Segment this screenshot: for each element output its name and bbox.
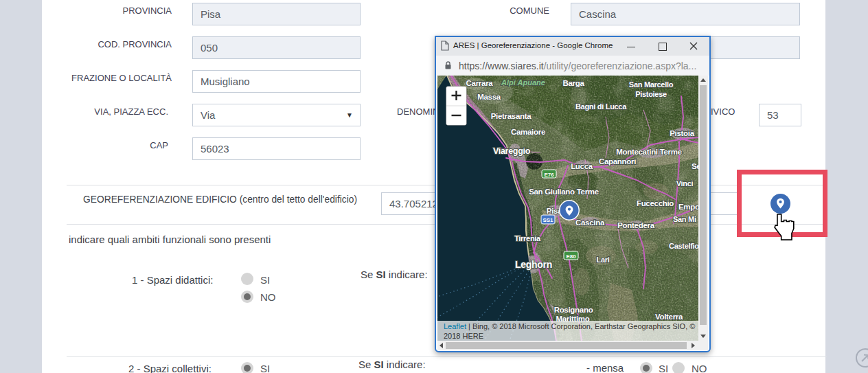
svg-text:Viareggio: Viareggio	[493, 146, 531, 156]
svg-text:Pietrasanta: Pietrasanta	[491, 112, 532, 120]
svg-text:San Giuliano Terme: San Giuliano Terme	[529, 188, 599, 196]
svg-text:San Mi: San Mi	[673, 215, 696, 223]
svg-text:Lari: Lari	[597, 256, 610, 264]
svg-text:Pistoia: Pistoia	[670, 129, 695, 137]
svg-text:Se: Se	[692, 162, 698, 170]
svg-text:Tirrenia: Tirrenia	[514, 234, 541, 242]
svg-text:Carrara: Carrara	[466, 79, 494, 87]
svg-text:Vinci: Vinci	[676, 179, 694, 188]
svg-text:Castelfio: Castelfio	[669, 242, 698, 250]
svg-text:Massa: Massa	[477, 93, 501, 101]
svg-text:Rosignano: Rosignano	[554, 306, 593, 314]
svg-text:Alpi Apuane: Alpi Apuane	[501, 78, 545, 87]
svg-text:Leghorn: Leghorn	[515, 259, 552, 270]
svg-text:Camaiore: Camaiore	[511, 128, 545, 136]
svg-text:Montecatini Terme: Montecatini Terme	[616, 148, 682, 156]
svg-text:Volterra: Volterra	[655, 313, 683, 321]
svg-text:Barga: Barga	[562, 79, 584, 87]
svg-text:Lucca: Lucca	[571, 162, 593, 170]
svg-text:E76: E76	[544, 172, 554, 178]
svg-text:Capannori: Capannori	[599, 157, 636, 166]
svg-text:Pontedera: Pontedera	[617, 221, 654, 229]
svg-text:San Marcello: San Marcello	[629, 80, 674, 89]
svg-text:Bagni di Lucca: Bagni di Lucca	[575, 102, 627, 111]
svg-text:SS1: SS1	[542, 217, 553, 223]
svg-text:Empo: Empo	[678, 203, 698, 211]
svg-text:E80: E80	[566, 253, 576, 260]
svg-text:Pistoiese: Pistoiese	[635, 90, 667, 98]
svg-text:Cascina: Cascina	[575, 218, 605, 227]
svg-text:Fucecchio: Fucecchio	[637, 199, 674, 207]
